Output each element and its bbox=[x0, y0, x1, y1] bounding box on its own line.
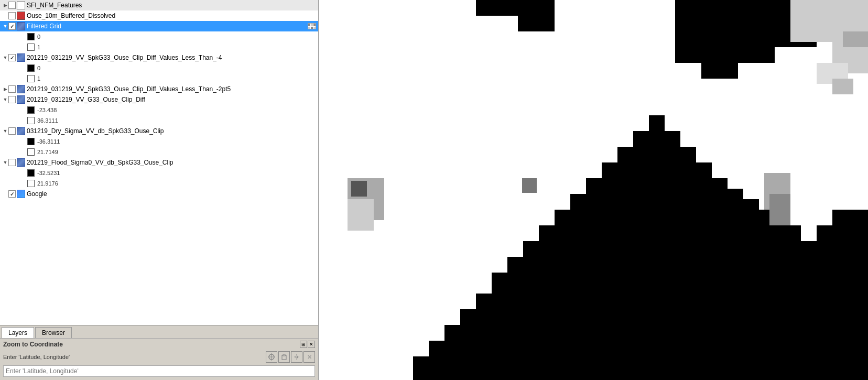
map-gray-center bbox=[522, 178, 537, 193]
layer-item-flood-sigma[interactable]: 201219_Flood_Sigma0_VV_db_SpkG33_Ouse_Cl… bbox=[0, 157, 318, 168]
legend-diff4-1: 1 bbox=[37, 75, 40, 82]
map-dark-left bbox=[351, 181, 367, 197]
layer-label-ouse: Ouse_10m_Buffered_Dissolved bbox=[27, 12, 115, 19]
layer-item-filtered-grid[interactable]: Filtered Grid bbox=[0, 21, 318, 31]
zoom-panel-title: Zoom to Coordinate bbox=[3, 341, 63, 348]
layers-list[interactable]: SFI_NFM_Features Ouse_10m_Buffered_Disso… bbox=[0, 0, 318, 325]
swatch-flood-max bbox=[27, 180, 35, 187]
restore-button[interactable]: ⊞ bbox=[300, 341, 307, 348]
legend-0: 0 bbox=[37, 34, 40, 40]
tab-layers-label: Layers bbox=[8, 329, 27, 336]
layer-label-dry: 031219_Dry_Sigma_VV_db_SpkG33_Ouse_Clip bbox=[27, 127, 164, 135]
layer-icon-vvg33 bbox=[17, 95, 25, 104]
expand-arrow-vvg33[interactable] bbox=[2, 96, 8, 103]
layer-item-vvg33-min: -23.438 bbox=[0, 105, 318, 115]
layer-item-dry-min: -36.3111 bbox=[0, 136, 318, 147]
layer-item-dry-sigma[interactable]: 031219_Dry_Sigma_VV_db_SpkG33_Ouse_Clip bbox=[0, 126, 318, 136]
swatch-black-0 bbox=[27, 33, 35, 40]
layer-item-google[interactable]: Google bbox=[0, 189, 318, 199]
swatch-vvg33-max bbox=[27, 117, 35, 124]
checkbox-dry[interactable] bbox=[8, 127, 16, 135]
zoom-paste-button[interactable] bbox=[278, 351, 290, 363]
checkbox-sfi[interactable] bbox=[8, 2, 16, 9]
swatch-diff4-0 bbox=[27, 64, 35, 72]
swatch-white-1 bbox=[27, 44, 35, 51]
tab-browser-label: Browser bbox=[42, 329, 65, 336]
layer-icon-sfi bbox=[17, 1, 25, 9]
zoom-header: Zoom to Coordinate ⊞ ✕ bbox=[0, 339, 318, 350]
layer-item-sfi-nfm[interactable]: SFI_NFM_Features bbox=[0, 0, 318, 10]
map-gray-right2 bbox=[769, 194, 790, 225]
layer-icon-flood bbox=[17, 158, 25, 167]
zoom-input-label: Enter 'Latitude, Longitude' bbox=[3, 354, 265, 360]
map-svg bbox=[319, 0, 868, 380]
settings-icon bbox=[294, 354, 300, 360]
expand-arrow-flood[interactable] bbox=[2, 159, 8, 166]
legend-1: 1 bbox=[37, 44, 40, 50]
bottom-tabs: Layers Browser bbox=[0, 325, 318, 338]
expand-arrow-dry[interactable] bbox=[2, 128, 8, 134]
layer-item-ouse[interactable]: Ouse_10m_Buffered_Dissolved bbox=[0, 10, 318, 21]
layer-label-google: Google bbox=[27, 190, 47, 198]
legend-diff4-0: 0 bbox=[37, 65, 40, 71]
layer-icon-diff4 bbox=[17, 53, 25, 62]
map-area[interactable] bbox=[319, 0, 868, 380]
svg-rect-4 bbox=[283, 354, 285, 356]
checkbox-google[interactable] bbox=[8, 190, 16, 198]
layer-icon-ouse bbox=[17, 12, 25, 20]
zoom-controls-row: Enter 'Latitude, Longitude' bbox=[0, 350, 318, 364]
clear-icon: ✕ bbox=[307, 354, 312, 361]
svg-point-5 bbox=[296, 356, 298, 358]
expand-arrow-ouse bbox=[2, 13, 8, 19]
legend-vvg33-max: 36.3111 bbox=[37, 117, 58, 124]
zoom-clear-button[interactable]: ✕ bbox=[303, 351, 315, 363]
layer-label-diff2pt5: 201219_031219_VV_SpkG33_Ouse_Clip_Diff_V… bbox=[27, 85, 231, 93]
layer-label-vvg33: 201219_031219_VV_G33_Ouse_Clip_Diff bbox=[27, 96, 145, 103]
legend-flood-min: -32.5231 bbox=[37, 170, 60, 176]
expand-arrow-filtered[interactable] bbox=[2, 23, 8, 29]
layer-icon-diff2pt5 bbox=[17, 85, 25, 93]
expand-arrow-diff2pt5[interactable] bbox=[2, 86, 8, 92]
layer-item-vv-g33[interactable]: 201219_031219_VV_G33_Ouse_Clip_Diff bbox=[0, 94, 318, 105]
zoom-input-row bbox=[0, 364, 318, 380]
zoom-locate-button[interactable] bbox=[266, 351, 277, 363]
expand-arrow-diff4[interactable] bbox=[2, 55, 8, 61]
checkbox-filtered[interactable] bbox=[8, 23, 16, 30]
layer-icon-filtered bbox=[17, 22, 25, 30]
coordinate-input[interactable] bbox=[3, 365, 315, 377]
left-panel: SFI_NFM_Features Ouse_10m_Buffered_Disso… bbox=[0, 0, 319, 380]
layer-item-diff-less2pt5[interactable]: 201219_031219_VV_SpkG33_Ouse_Clip_Diff_V… bbox=[0, 84, 318, 94]
map-gray-left2 bbox=[348, 199, 374, 231]
locate-icon bbox=[268, 353, 275, 361]
close-button[interactable]: ✕ bbox=[308, 341, 315, 348]
checkbox-flood[interactable] bbox=[8, 159, 16, 166]
map-gray-right-mid2 bbox=[843, 31, 868, 47]
zoom-settings-button[interactable] bbox=[291, 351, 302, 363]
layer-item-flood-max: 21.9176 bbox=[0, 178, 318, 189]
checkbox-diff4[interactable] bbox=[8, 54, 16, 61]
tab-browser[interactable]: Browser bbox=[35, 327, 72, 338]
checkbox-vvg33[interactable] bbox=[8, 96, 16, 103]
layer-item-filtered-0: 0 bbox=[0, 31, 318, 42]
layer-label-diff4: 201219_031219_VV_SpkG33_Ouse_Clip_Diff_V… bbox=[27, 54, 222, 61]
expand-arrow-google bbox=[2, 191, 8, 197]
main-container: SFI_NFM_Features Ouse_10m_Buffered_Disso… bbox=[0, 0, 868, 380]
swatch-diff4-1 bbox=[27, 75, 35, 82]
checkbox-diff2pt5[interactable] bbox=[8, 85, 16, 93]
layer-icon-google bbox=[17, 190, 25, 198]
layer-label-filtered: Filtered Grid bbox=[27, 23, 61, 30]
layer-item-dry-max: 21.7149 bbox=[0, 147, 318, 157]
layer-item-vvg33-max: 36.3111 bbox=[0, 115, 318, 126]
layer-label-sfi: SFI_NFM_Features bbox=[27, 2, 82, 9]
checkbox-ouse[interactable] bbox=[8, 12, 16, 19]
layer-item-diff4-0: 0 bbox=[0, 63, 318, 73]
expand-arrow-sfi[interactable] bbox=[2, 2, 8, 8]
window-controls: ⊞ ✕ bbox=[300, 341, 315, 348]
tab-layers[interactable]: Layers bbox=[2, 327, 34, 339]
layer-item-diff4-1: 1 bbox=[0, 73, 318, 84]
layer-item-diff-less4[interactable]: 201219_031219_VV_SpkG33_Ouse_Clip_Diff_V… bbox=[0, 52, 318, 63]
legend-vvg33-min: -23.438 bbox=[37, 107, 57, 113]
swatch-dry-min bbox=[27, 138, 35, 145]
map-gray-right3 bbox=[832, 79, 853, 94]
legend-dry-min: -36.3111 bbox=[37, 138, 60, 145]
